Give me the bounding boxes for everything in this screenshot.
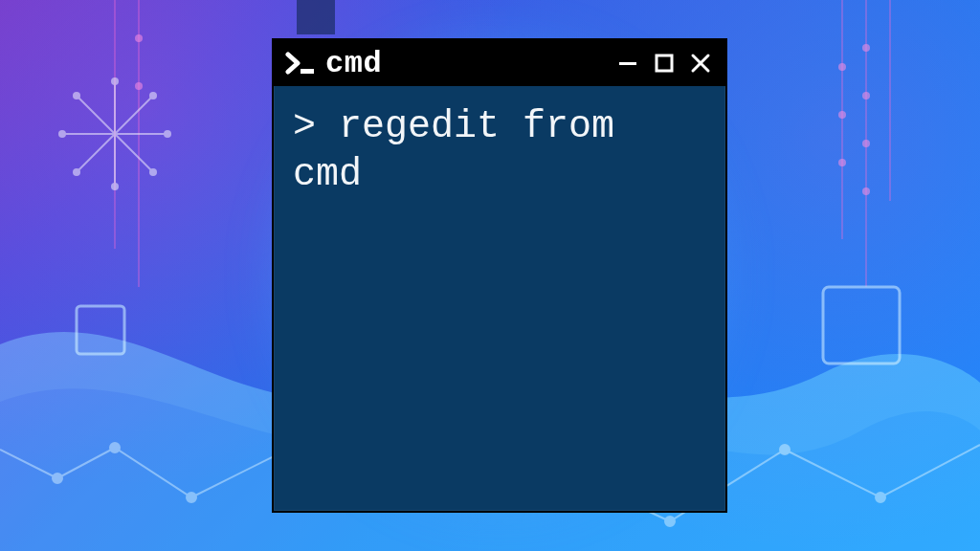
maximize-icon (654, 53, 675, 74)
terminal-command-text: regedit from cmd (293, 105, 637, 196)
minimize-button[interactable] (612, 48, 643, 78)
terminal-icon (285, 50, 316, 77)
svg-rect-40 (657, 55, 672, 71)
window-title: cmd (325, 46, 603, 81)
svg-rect-38 (301, 69, 314, 74)
close-button[interactable] (685, 48, 716, 78)
stage: cmd (0, 0, 980, 551)
terminal-window: cmd (272, 38, 727, 513)
window-controls (612, 48, 716, 78)
minimize-icon (617, 53, 638, 74)
svg-rect-39 (619, 62, 636, 65)
prompt-symbol: > (293, 105, 316, 148)
maximize-button[interactable] (649, 48, 679, 78)
terminal-body[interactable]: > regedit from cmd (274, 86, 725, 511)
close-icon (690, 53, 711, 74)
titlebar[interactable]: cmd (274, 40, 725, 86)
